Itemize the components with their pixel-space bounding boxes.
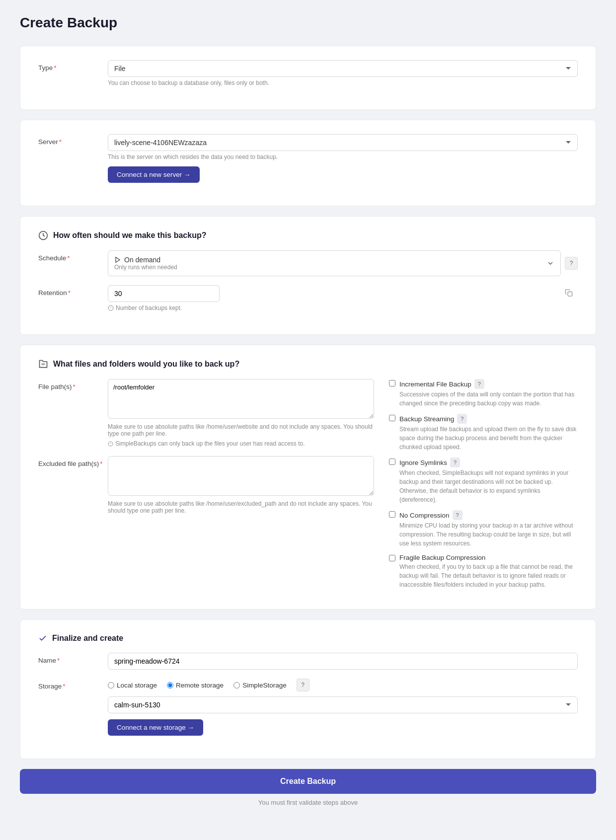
schedule-chevron-icon	[546, 259, 554, 267]
connect-storage-button[interactable]: Connect a new storage →	[108, 719, 203, 736]
storage-label: Storage*	[38, 679, 108, 690]
svg-marker-1	[116, 257, 120, 263]
files-right-col: Incremental File Backup ? Successive cop…	[389, 379, 578, 595]
clock-icon	[38, 230, 48, 240]
nocompression-option: No Compression ? Minimize CPU load by st…	[389, 510, 578, 548]
connect-server-label: Connect a new server →	[117, 171, 191, 178]
symlinks-option: Ignore Symlinks ? When checked, SimpleBa…	[389, 458, 578, 504]
server-label: Server*	[38, 134, 108, 146]
schedule-main: On demand	[114, 256, 177, 264]
file-paths-label: File path(s)*	[38, 379, 108, 390]
schedule-label: Schedule*	[38, 250, 108, 262]
type-select-wrapper: File Database Both	[108, 60, 578, 77]
local-storage-option[interactable]: Local storage	[108, 682, 157, 689]
retention-control: Number of backups kept.	[108, 285, 578, 311]
storage-row: Storage* Local storage Remote storage Si…	[38, 679, 578, 736]
schedule-heading: How often should we make this backup?	[38, 230, 578, 240]
type-row: Type* File Database Both You can choose …	[38, 60, 578, 86]
name-control	[108, 653, 578, 670]
schedule-control: On demand Only runs when needed ?	[108, 250, 578, 276]
symlinks-desc: When checked, SimpleBackups will not exp…	[399, 468, 578, 504]
type-select[interactable]: File Database Both	[108, 60, 578, 77]
local-storage-label: Local storage	[117, 682, 157, 689]
nocompression-label: No Compression	[399, 512, 450, 519]
schedule-select-wrapper: On demand Only runs when needed ?	[108, 250, 578, 276]
schedule-text: On demand Only runs when needed	[114, 256, 177, 271]
connect-server-button[interactable]: Connect a new server →	[108, 166, 200, 183]
streaming-option: Backup Streaming ? Stream upload file ba…	[389, 414, 578, 452]
info-icon-small	[108, 441, 113, 447]
create-backup-button[interactable]: Create Backup	[20, 769, 596, 794]
symlinks-label: Ignore Symlinks	[399, 459, 447, 466]
simple-storage-radio[interactable]	[233, 682, 240, 688]
connect-storage-label: Connect a new storage →	[117, 724, 194, 731]
streaming-checkbox[interactable]	[389, 415, 395, 421]
simple-storage-option[interactable]: SimpleStorage	[233, 682, 287, 689]
simple-storage-label: SimpleStorage	[242, 682, 287, 689]
retention-input[interactable]	[108, 285, 220, 302]
retention-hint: Number of backups kept.	[108, 305, 578, 311]
file-paths-control: /root/lemfolder Make sure to use absolut…	[108, 379, 374, 447]
files-left-col: File path(s)* /root/lemfolder Make sure …	[38, 379, 374, 595]
streaming-desc: Stream upload file backups and upload th…	[399, 425, 578, 452]
incremental-option: Incremental File Backup ? Successive cop…	[389, 379, 578, 408]
schedule-dropdown[interactable]: On demand Only runs when needed	[108, 250, 561, 276]
server-select[interactable]: lively-scene-4106NEWzazaza	[108, 134, 578, 151]
type-section: Type* File Database Both You can choose …	[20, 46, 596, 110]
storage-radio-row: Local storage Remote storage SimpleStora…	[108, 679, 578, 691]
incremental-checkbox[interactable]	[389, 380, 395, 386]
incremental-label: Incremental File Backup	[399, 381, 471, 388]
name-input[interactable]	[108, 653, 578, 670]
excluded-paths-control: Make sure to use absolute paths like /ho…	[108, 456, 374, 514]
file-paths-hint2: SimpleBackups can only back up the files…	[108, 440, 374, 447]
storage-select-row: calm-sun-5130	[108, 696, 578, 713]
nocompression-desc: Minimize CPU load by storing your backup…	[399, 521, 578, 548]
svg-rect-2	[568, 292, 572, 297]
symlinks-checkbox[interactable]	[389, 458, 395, 465]
finalize-section: Finalize and create Name* Storage* Local…	[20, 619, 596, 759]
file-paths-textarea[interactable]: /root/lemfolder	[108, 379, 374, 419]
schedule-section: How often should we make this backup? Sc…	[20, 216, 596, 335]
server-control: lively-scene-4106NEWzazaza This is the s…	[108, 134, 578, 183]
files-icon	[38, 359, 48, 369]
server-section: Server* lively-scene-4106NEWzazaza This …	[20, 120, 596, 206]
type-hint: You can choose to backup a database only…	[108, 79, 578, 86]
schedule-info-button[interactable]: ?	[565, 257, 578, 270]
type-label: Type*	[38, 60, 108, 72]
retention-row: Retention* Number of backups kept.	[38, 285, 578, 311]
files-two-col: File path(s)* /root/lemfolder Make sure …	[38, 379, 578, 595]
excluded-paths-row: Excluded file path(s)* Make sure to use …	[38, 456, 374, 514]
storage-control: Local storage Remote storage SimpleStora…	[108, 679, 578, 736]
local-storage-radio[interactable]	[108, 682, 114, 688]
remote-storage-option[interactable]: Remote storage	[167, 682, 224, 689]
finalize-heading: Finalize and create	[38, 634, 578, 643]
streaming-info-icon[interactable]: ?	[457, 414, 467, 424]
file-paths-hint1: Make sure to use absolute paths like /ho…	[108, 423, 374, 437]
nocompression-info-icon[interactable]: ?	[453, 510, 462, 520]
validate-text: You must first validate steps above	[20, 799, 596, 806]
storage-select[interactable]: calm-sun-5130	[108, 696, 578, 713]
excluded-paths-textarea[interactable]	[108, 456, 374, 496]
files-heading: What files and folders would you like to…	[38, 359, 578, 369]
streaming-label: Backup Streaming	[399, 415, 454, 423]
server-select-wrapper: lively-scene-4106NEWzazaza	[108, 134, 578, 151]
excluded-paths-label: Excluded file path(s)*	[38, 456, 108, 467]
nocompression-checkbox[interactable]	[389, 511, 395, 518]
symlinks-info-icon[interactable]: ?	[450, 458, 460, 467]
fragile-desc: When checked, if you try to back up a fi…	[399, 562, 578, 589]
page-title: Create Backup	[20, 15, 596, 31]
retention-input-row	[108, 285, 578, 302]
remote-storage-radio[interactable]	[167, 682, 173, 688]
copy-icon	[565, 289, 573, 299]
retention-label: Retention*	[38, 285, 108, 297]
storage-info-button[interactable]: ?	[297, 679, 309, 691]
file-paths-row: File path(s)* /root/lemfolder Make sure …	[38, 379, 374, 447]
incremental-info-icon[interactable]: ?	[474, 379, 484, 389]
server-hint: This is the server on which resides the …	[108, 153, 578, 160]
fragile-checkbox[interactable]	[389, 555, 395, 561]
name-row: Name*	[38, 653, 578, 670]
check-icon	[38, 634, 47, 643]
excluded-hint: Make sure to use absolute paths like /ho…	[108, 500, 374, 514]
type-control: File Database Both You can choose to bac…	[108, 60, 578, 86]
files-section: What files and folders would you like to…	[20, 345, 596, 610]
